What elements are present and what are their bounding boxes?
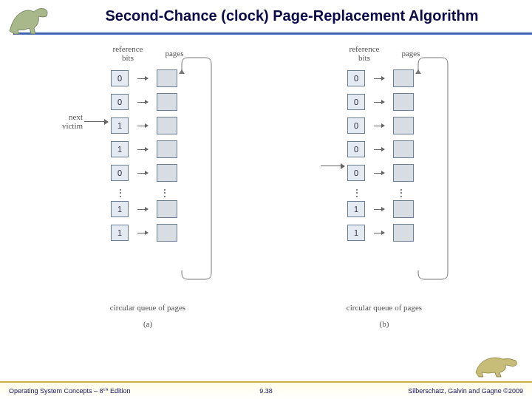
page-frame	[157, 224, 177, 242]
label-pages: pages	[160, 44, 189, 62]
arrow-icon	[137, 233, 148, 233]
dinosaur-icon	[473, 349, 525, 378]
dinosaur-icon	[6, 1, 58, 37]
page-frame	[157, 200, 177, 218]
page-frame	[157, 93, 177, 111]
footer: Operating System Concepts – 8ᵗʰ Edition …	[0, 381, 532, 399]
page-frame	[393, 200, 414, 218]
queue-row: 1	[347, 224, 414, 242]
page-frame	[393, 140, 414, 158]
reference-bit: 1	[111, 201, 129, 217]
queue-row: 0	[347, 164, 414, 182]
reference-bit: 0	[347, 165, 365, 181]
queue-row: 1	[111, 200, 177, 218]
reference-bit: 1	[111, 225, 129, 241]
diagram-area: reference bits pages next victim 00110⋮⋮…	[0, 44, 532, 362]
reference-bit: 0	[347, 94, 365, 110]
arrow-icon	[374, 173, 384, 174]
queue-row: 0	[347, 69, 414, 87]
reference-bit: 0	[111, 94, 129, 110]
reference-bit: 1	[347, 225, 365, 241]
queue-row: 0	[111, 164, 177, 182]
page-frame	[157, 164, 177, 182]
page-frame	[393, 164, 414, 182]
queue-row: 1	[111, 117, 177, 134]
ellipsis: ⋮⋮	[115, 188, 177, 200]
arrow-icon	[374, 102, 384, 103]
arrow-icon	[374, 126, 384, 126]
footer-right: Silberschatz, Galvin and Gagne ©2009	[408, 387, 523, 395]
arrow-icon	[374, 149, 384, 150]
circular-label-b: circular queue of pages	[288, 303, 480, 312]
arrow-icon	[137, 102, 148, 103]
page-frame	[157, 117, 177, 134]
arrow-icon	[137, 78, 148, 79]
arrow-icon	[137, 209, 148, 210]
sublabel-a: (a)	[52, 319, 244, 328]
next-victim-arrow	[321, 166, 344, 166]
queue-row: 1	[347, 200, 414, 218]
arrow-icon	[137, 173, 148, 174]
page-frame	[157, 140, 177, 158]
page-title: Second-Chance (clock) Page-Replacement A…	[0, 7, 532, 24]
footer-left: Operating System Concepts – 8ᵗʰ Edition	[9, 387, 131, 395]
page-frame	[393, 224, 414, 242]
reference-bit: 0	[111, 70, 129, 86]
panel-b: reference bits pages 00000⋮⋮11 circular …	[288, 44, 480, 362]
page-frame	[393, 117, 414, 134]
arrow-icon	[374, 233, 384, 233]
arrow-icon	[374, 209, 384, 210]
reference-bit: 0	[347, 117, 365, 134]
queue-row: 1	[111, 140, 177, 158]
reference-bit: 1	[111, 117, 129, 134]
queue-row: 0	[347, 93, 414, 111]
reference-bit: 0	[347, 70, 365, 86]
ellipsis: ⋮⋮	[352, 188, 414, 200]
arrow-icon	[374, 78, 384, 79]
circular-label-a: circular queue of pages	[52, 303, 244, 312]
page-frame	[157, 69, 177, 87]
queue-row: 1	[111, 224, 177, 242]
label-reference-bits: reference bits	[109, 44, 146, 62]
reference-bit: 1	[347, 201, 365, 217]
arrow-icon	[137, 126, 148, 126]
queue-row: 0	[111, 69, 177, 87]
next-victim-arrow	[84, 121, 108, 122]
queue-row: 0	[347, 117, 414, 134]
sublabel-b: (b)	[288, 319, 480, 328]
queue-row: 0	[111, 93, 177, 111]
page-frame	[393, 69, 414, 87]
next-victim-label: next victim	[53, 112, 83, 130]
arrow-icon	[137, 149, 148, 150]
label-reference-bits: reference bits	[346, 44, 383, 62]
queue-row: 0	[347, 140, 414, 158]
reference-bit: 0	[111, 165, 129, 181]
label-pages: pages	[396, 44, 426, 62]
reference-bit: 0	[347, 141, 365, 157]
footer-center: 9.38	[259, 387, 273, 395]
panel-a: reference bits pages next victim 00110⋮⋮…	[52, 44, 244, 362]
page-frame	[393, 93, 414, 111]
reference-bit: 1	[111, 141, 129, 157]
header-rule	[13, 33, 532, 35]
